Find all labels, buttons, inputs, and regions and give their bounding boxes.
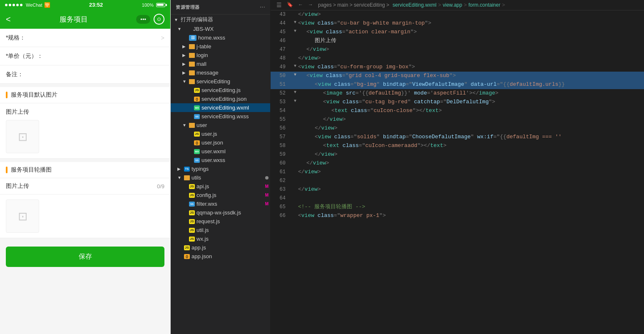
signal-dot-4 [16,4,19,6]
record-button[interactable]: ⊙ [154,14,164,25]
folder-serviceEditing[interactable]: ▼ serviceEditing [171,77,270,86]
file-home-wxss[interactable]: 🅂 home.wxss [171,33,270,42]
upload1-box[interactable]: ⊡ [6,120,39,153]
save-button[interactable]: 保存 [6,247,164,267]
upload2-area: ⊡ [0,194,170,238]
collapse-44[interactable]: ▼ [292,19,298,26]
upload2-count: 0/9 [157,183,164,189]
note-field[interactable]: 备注： [0,65,170,84]
header-actions: ••• ⊙ [136,14,164,25]
collapse-45[interactable]: ▼ [292,28,298,35]
file-name: serviceEditing.js [201,87,241,93]
file-serviceEditing-wxml[interactable]: WX serviceEditing.wxml [171,103,270,112]
wxss-icon: 🅂 [189,35,196,41]
folder-login[interactable]: ▶ login [171,51,270,60]
collapse-53[interactable]: ▼ [292,98,298,105]
code-line-43: 43 </view> [271,10,644,19]
wxss-icon: SS [194,114,200,119]
file-util-js[interactable]: JS util.js [171,226,270,234]
phone-panel: WeChat 🛜 23:52 100% < 服务项目 ••• ⊙ *规格： > [0,0,171,334]
file-user-wxss[interactable]: SS user.wxss [171,156,270,165]
back-nav-icon[interactable]: ← [298,2,303,8]
js-icon: JS [189,210,195,215]
section1-title: 服务项目默认图片 [11,91,57,99]
line-num-59: 59 [274,150,286,159]
breadcrumb-sep2: > [438,2,441,8]
file-api-js[interactable]: JS api.js M [171,182,270,191]
folder-icon [189,79,195,84]
upload2-box[interactable]: ⊡ [6,199,39,233]
folder-icon [184,175,190,180]
file-wx-js[interactable]: JS wx.js [171,234,270,243]
utils-badge [265,176,269,179]
file-serviceEditing-wxss[interactable]: SS serviceEditing.wxss [171,112,270,121]
collapse-49[interactable]: ▼ [292,63,298,70]
serviceEditing-arrow: ▼ [182,79,189,84]
battery-percent: 100% [142,2,154,7]
code-text-52: <image src='{{defaultImg}}' mode='aspect… [298,89,641,98]
file-user-json[interactable]: {} user.json [171,138,270,147]
code-editor[interactable]: 43 </view> 44 ▼ <view class="cu-bar bg-w… [271,10,644,334]
forward-nav-icon[interactable]: → [308,2,313,8]
collapse-50[interactable]: ▼ [292,72,298,78]
file-request-js[interactable]: JS request.js [171,217,270,226]
line-num-65: 65 [274,203,286,211]
line-num-57: 57 [274,133,286,141]
folder-icon [189,62,195,67]
file-serviceEditing-js[interactable]: JS serviceEditing.js [171,86,270,95]
section1-bar [6,92,7,98]
list-icon[interactable]: ☰ [276,2,282,8]
line-num-44: 44 [274,19,286,27]
modified-badge: M [265,193,269,197]
folder-message[interactable]: ▶ message [171,68,270,77]
js-icon: JS [189,184,195,189]
code-text-61: </view> [298,168,641,177]
folder-icon [189,70,195,75]
folder-user[interactable]: ▼ user [171,121,270,130]
line-num-58: 58 [274,142,286,150]
typings-arrow: ▶ [177,167,184,171]
code-line-55: 55 </view> [271,115,644,124]
explorer-more[interactable]: ··· [260,3,265,11]
status-signal [5,4,22,6]
back-button[interactable]: < [6,15,11,24]
code-line-57: 57 <view class="solids" bindtap="ChooseD… [271,133,644,142]
file-filter-wxs[interactable]: SS filter.wxs M [171,199,270,208]
spec-field[interactable]: *规格： > [0,29,170,47]
js-icon: JS [194,132,200,137]
breadcrumb-view: view.app [443,2,462,8]
file-user-js[interactable]: JS user.js [171,130,270,138]
file-config-js[interactable]: JS config.js M [171,191,270,199]
js-icon: JS [189,219,195,224]
camera-icon-2: ⊡ [18,209,27,223]
open-editors-text: 打开的编辑器 [181,16,213,23]
price-field[interactable]: *单价（元）： [0,47,170,65]
file-name: mall [196,61,206,67]
folder-utils[interactable]: ▼ utils [171,173,270,182]
code-text-58: <text class="cuIcon-cameraadd"></text> [298,142,641,150]
file-user-wxml[interactable]: WX user.wxml [171,147,270,156]
line-num-53: 53 [274,98,286,106]
file-app-js[interactable]: JS app.js [171,243,270,252]
folder-jtable[interactable]: ▶ j-table [171,42,270,51]
js-icon: JS [189,228,195,233]
code-text-56: </view> [298,124,641,133]
file-name: request.js [196,218,220,224]
bookmark-icon[interactable]: 🔖 [287,2,293,8]
record-icon: ⊙ [157,16,161,22]
collapse-52[interactable]: ▼ [292,89,298,96]
file-serviceEditing-json[interactable]: {} serviceEditing.json [171,95,270,103]
folder-mall[interactable]: ▶ mall [171,60,270,68]
line-num-52: 52 [274,89,286,97]
project-root[interactable]: ▼ JBS-WX [171,25,270,33]
battery-fill [157,4,164,6]
file-app-json[interactable]: {} app.json [171,252,270,261]
folder-typings[interactable]: ▶ TS typings [171,165,270,173]
note-label: 备注： [6,71,23,78]
line-num-43: 43 [274,10,286,19]
more-button[interactable]: ••• [136,15,150,24]
file-qqmap[interactable]: JS qqmap-wx-jssdk.js [171,208,270,217]
json-icon: {} [194,140,200,145]
code-text-59: </view> [298,150,641,159]
open-editors-label[interactable]: ▼ 打开的编辑器 [171,15,270,25]
